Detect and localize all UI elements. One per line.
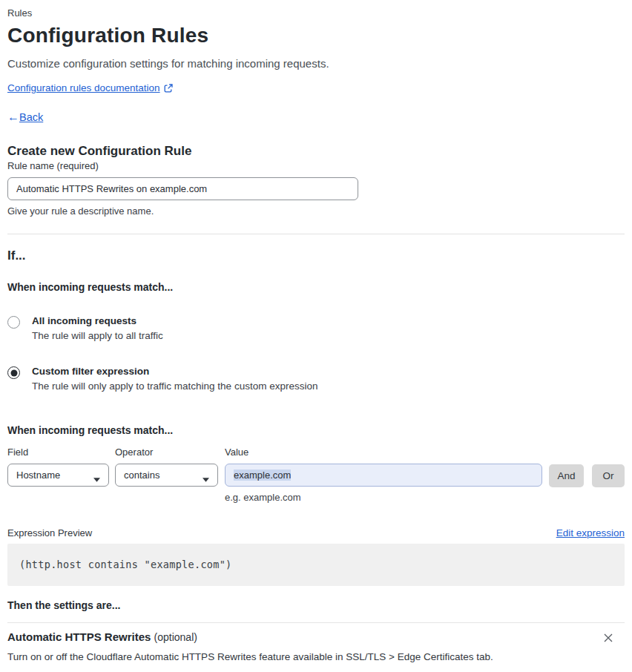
setting-name: Automatic HTTPS Rewrites	[7, 630, 151, 643]
create-rule-heading: Create new Configuration Rule	[7, 144, 625, 159]
documentation-link-row: Configuration rules documentation	[7, 82, 625, 93]
page-title: Configuration Rules	[7, 24, 625, 47]
rule-name-label: Rule name (required)	[7, 160, 99, 171]
radio-option-texts: All incoming requests The rule will appl…	[32, 315, 163, 341]
radio-option-title: All incoming requests	[32, 315, 163, 326]
operator-select[interactable]: contains	[115, 464, 218, 487]
rule-name-input[interactable]	[7, 177, 358, 200]
page-subtitle: Customize configuration settings for mat…	[7, 57, 625, 70]
chevron-down-icon	[93, 473, 100, 478]
rule-name-helper: Give your rule a descriptive name.	[7, 205, 625, 217]
operator-select-value: contains	[124, 470, 159, 481]
expression-builder-label: When incoming requests match...	[7, 424, 625, 436]
breadcrumb: Rules	[7, 7, 625, 19]
or-button[interactable]: Or	[592, 464, 625, 487]
settings-card-divider	[7, 622, 625, 623]
radio-option-description: The rule will only apply to traffic matc…	[32, 381, 317, 392]
back-arrow-icon: ←	[7, 111, 19, 123]
field-column: Field Hostname	[7, 447, 109, 487]
radio-option-custom-filter-expression[interactable]: Custom filter expression The rule will o…	[7, 366, 625, 392]
expression-preview-code: (http.host contains "example.com")	[7, 544, 625, 586]
incoming-requests-match-label: When incoming requests match...	[7, 281, 625, 293]
then-settings-label: Then the settings are...	[7, 599, 625, 611]
documentation-link[interactable]: Configuration rules documentation	[7, 82, 160, 93]
expression-builder-row: Field Hostname Operator contains Value e…	[7, 447, 625, 503]
expression-preview-label: Expression Preview	[7, 527, 92, 538]
settings-card-title: Automatic HTTPS Rewrites (optional)	[7, 630, 197, 643]
value-input[interactable]: example.com	[225, 464, 542, 487]
radio-option-description: The rule will apply to all traffic	[32, 330, 163, 341]
field-label: Field	[7, 447, 109, 458]
expression-preview-row: Expression Preview Edit expression	[7, 527, 625, 538]
operator-column: Operator contains	[115, 447, 218, 487]
if-heading: If...	[7, 248, 625, 263]
chevron-down-icon	[203, 473, 209, 478]
radio-button-unselected[interactable]	[7, 316, 20, 329]
operator-label: Operator	[115, 447, 218, 458]
field-select-value: Hostname	[16, 470, 60, 481]
value-input-text: example.com	[234, 470, 291, 481]
back-link-row: ←Back	[7, 111, 625, 123]
and-button[interactable]: And	[549, 464, 584, 487]
value-label: Value	[225, 447, 542, 458]
external-link-icon	[164, 84, 173, 93]
settings-card-header: Automatic HTTPS Rewrites (optional)	[7, 630, 625, 644]
configuration-rules-page: Rules Configuration Rules Customize conf…	[0, 0, 632, 672]
close-icon[interactable]	[602, 632, 614, 644]
radio-option-title: Custom filter expression	[32, 366, 317, 377]
back-link[interactable]: Back	[19, 111, 43, 123]
field-select[interactable]: Hostname	[7, 464, 109, 487]
setting-optional-tag: (optional)	[154, 631, 197, 643]
radio-option-all-incoming-requests[interactable]: All incoming requests The rule will appl…	[7, 315, 625, 341]
edit-expression-link[interactable]: Edit expression	[556, 527, 625, 538]
radio-button-selected[interactable]	[7, 366, 20, 379]
radio-option-texts: Custom filter expression The rule will o…	[32, 366, 317, 392]
section-divider	[7, 234, 625, 234]
value-helper: e.g. example.com	[225, 492, 542, 503]
setting-description: Turn on or off the Cloudflare Automatic …	[7, 651, 625, 662]
value-column: Value example.com e.g. example.com	[225, 447, 542, 503]
